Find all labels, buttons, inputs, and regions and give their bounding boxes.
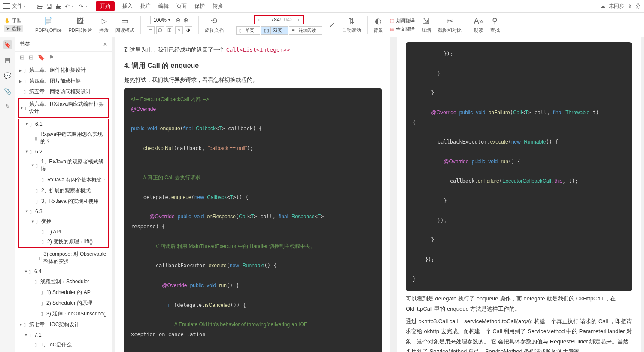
read-aloud-button[interactable]: A»朗读 xyxy=(471,13,486,37)
file-menu[interactable]: 文件 xyxy=(12,3,22,10)
document-viewport: 到这里为止，我们已经成功的返回了一个 Call<List<Integer>> 4… xyxy=(112,37,644,352)
sidebar-rail: 🔖 ▦ 💬 📎 ✎ xyxy=(0,37,15,352)
single-page-button[interactable]: ▯ 单页 xyxy=(236,26,261,35)
bookmark-item[interactable]: ▯3) compose: 对 Observable 整体的变换 xyxy=(18,249,109,267)
tab-start[interactable]: 开始 xyxy=(96,1,115,11)
close-panel-icon[interactable]: ✕ xyxy=(103,41,107,47)
rotate-button[interactable]: ⟲旋转文档 xyxy=(202,13,226,37)
bookmark-item[interactable]: ▯3) 延伸：doOnSubscribe() xyxy=(18,309,109,319)
zoom-out-icon[interactable]: ⊖ xyxy=(176,17,181,24)
tab-page[interactable]: 页面 xyxy=(176,3,187,10)
comments-icon[interactable]: 💬 xyxy=(3,71,12,80)
signatures-icon[interactable]: ✎ xyxy=(3,102,12,111)
tab-edit[interactable]: 编辑 xyxy=(158,3,169,10)
bookmark-item[interactable]: ▼▯7.1 xyxy=(18,330,109,340)
attachments-icon[interactable]: 📎 xyxy=(3,87,12,95)
undo-icon[interactable]: ↶ xyxy=(65,3,70,10)
bookmark-item[interactable]: ▼▯6.4 xyxy=(18,267,109,276)
chevron-down-icon[interactable]: ▾ xyxy=(24,4,26,8)
fit-width-icon[interactable]: ▭ xyxy=(147,26,155,34)
bookmark-item[interactable]: ▼▯6.3 xyxy=(19,207,108,216)
full-translate-button[interactable]: ▦全文翻译 xyxy=(390,26,415,32)
tab-convert[interactable]: 转换 xyxy=(213,3,223,10)
fit-page-icon[interactable]: ▢ xyxy=(156,26,164,34)
actual-size-icon[interactable]: ◫ xyxy=(166,26,173,34)
bookmark-item[interactable]: ▼▯第七章、IOC架构设计 xyxy=(18,319,109,330)
crop-button[interactable]: ✂截图和对比 xyxy=(435,13,464,37)
open-icon[interactable]: 🗁 xyxy=(36,3,43,10)
bookmark-item[interactable]: ▼▯第六章、RXJava响应式编程框架设计 xyxy=(19,99,108,117)
tab-annotate[interactable]: 批注 xyxy=(140,3,151,10)
bookmark-item[interactable]: ▯2、IoC能做什么 xyxy=(18,350,109,352)
pdf-to-image-button[interactable]: 🖼PDF转图片 xyxy=(66,13,95,37)
play-button[interactable]: ▷播放 xyxy=(97,13,111,37)
bookmark-item[interactable]: ▼▯6.2 xyxy=(19,147,108,156)
hamburger-icon[interactable] xyxy=(3,3,10,10)
paragraph: 通过 okhttp3.Call call = serviceMethod.toC… xyxy=(406,316,632,352)
bookmark-item[interactable]: ▼▯1、RxJava 的观察者模式解读 xyxy=(19,156,108,174)
bookmark-item[interactable]: ▯1) API xyxy=(19,227,108,236)
print-icon[interactable]: 🖶 xyxy=(55,3,61,10)
bookmark-item[interactable]: ▯2) 变换的原理：lift() xyxy=(19,236,108,247)
code-block-right: }); } } @Override public void onFailure(… xyxy=(406,42,632,291)
collapse-all-icon[interactable]: ⊟ xyxy=(29,54,33,61)
bookmark-item[interactable]: ▶▯第三章、组件化框架设计 xyxy=(18,65,109,76)
bookmark-item[interactable]: ▯3、RxJava 的实现和使用 xyxy=(19,196,108,207)
read-mode-button[interactable]: ▭阅读模式 xyxy=(113,13,137,37)
background-button[interactable]: ◐背景 xyxy=(371,13,386,37)
prev-page-button[interactable]: ‹ xyxy=(256,17,263,23)
thumbnails-icon[interactable]: ▦ xyxy=(3,56,12,64)
zoom-select[interactable]: 100%▾ xyxy=(150,16,173,24)
select-tool[interactable]: ➤选择 xyxy=(4,25,23,32)
bookmark-item[interactable]: ▯Rxjava中链式调用怎么实现的？ xyxy=(19,129,108,147)
zoom-group: 100%▾ ⊖ ⊕ ▭ ▢ ◫ ○ ◑ xyxy=(144,13,195,37)
bookmarks-panel: 书签 ✕ ⊞ ⊟ 🔖 ⚑ ▶▯第三章、组件化框架设计▶▯第四章、图片加载框架▯第… xyxy=(15,37,112,352)
bookmark-item[interactable]: ▯1) Scheduler 的 API xyxy=(18,287,109,298)
bookmark-item[interactable]: ▯2、扩展的观察者模式 xyxy=(19,185,108,196)
bookmark-item[interactable]: ▼▯6.1 xyxy=(19,119,108,129)
marquee-icon[interactable]: ○ xyxy=(175,26,183,34)
toolbar: ✋手型 ➤选择 📄PDF转Office 🖼PDF转图片 ▷播放 ▭阅读模式 10… xyxy=(0,13,644,37)
next-page-button[interactable]: › xyxy=(295,17,302,23)
bookmark-item[interactable]: ▯2) Scheduler 的原理 xyxy=(18,298,109,309)
double-page-button[interactable]: ▯▯ 双页 xyxy=(261,26,288,35)
bookmark-tools: ⊞ ⊟ 🔖 ⚑ xyxy=(15,52,112,63)
bookmark-item[interactable]: ▯RxJava 有四个基本概念： xyxy=(19,174,108,185)
add-bookmark-icon[interactable]: 🔖 xyxy=(38,54,45,61)
bookmarks-icon[interactable]: 🔖 xyxy=(3,40,12,49)
translate-group: ⬚划词翻译 ▦全文翻译 xyxy=(387,13,417,37)
menubar: 文件 ▾ 🗁 🖫 🖶 ↶ ▾ ↷ ▾ 开始 插入 批注 编辑 页面 保护 转换 … xyxy=(0,0,644,13)
loupe-icon[interactable]: ◑ xyxy=(185,26,192,34)
continuous-button[interactable]: ≡ 连续阅读 xyxy=(289,26,322,35)
find-button[interactable]: ⚲查找 xyxy=(488,13,502,37)
bookmark-item[interactable]: ▶▯第四章、图片加载框架 xyxy=(18,76,109,86)
redo-icon[interactable]: ↷ xyxy=(79,3,84,10)
share-icon[interactable]: ⇪ xyxy=(628,3,632,9)
auto-scroll-button[interactable]: ⇅自动滚动 xyxy=(340,13,364,37)
word-translate-button[interactable]: ⬚划词翻译 xyxy=(390,18,415,24)
tab-protect[interactable]: 保护 xyxy=(194,3,205,10)
tab-insert[interactable]: 插入 xyxy=(122,3,133,10)
paragraph: 趁热打铁，我们执行异步请求，看看怎样切换线程的。 xyxy=(124,75,382,85)
bookmark-item[interactable]: ▯1、IoC是什么 xyxy=(18,340,109,350)
cloud-icon[interactable]: ☁ xyxy=(600,3,605,9)
bookmark-item[interactable]: ▼▯变换 xyxy=(19,216,108,227)
share-label: 分 xyxy=(635,3,641,10)
page-right[interactable]: }); } } @Override public void onFailure(… xyxy=(397,37,641,352)
hand-tool[interactable]: ✋手型 xyxy=(4,18,23,24)
compress-button[interactable]: ⇲压缩 xyxy=(419,13,434,37)
bookmark-item[interactable]: ▯第五章、网络访问框架设计 xyxy=(18,86,109,97)
page-nav-group: ‹ /1042 › ▯ 单页 ▯▯ 双页 ≡ 连续阅读 xyxy=(234,13,325,37)
expand-all-icon[interactable]: ⊞ xyxy=(20,54,24,61)
page-left[interactable]: 到这里为止，我们已经成功的返回了一个 Call<List<Integer>> 4… xyxy=(115,37,390,352)
page-input[interactable] xyxy=(263,17,280,23)
pdf-to-office-button[interactable]: 📄PDF转Office xyxy=(33,13,64,37)
bookmark-flag-icon[interactable]: ⚑ xyxy=(49,54,54,61)
bookmark-item[interactable]: ▯线程控制：Scheduler xyxy=(18,276,109,287)
menu-tabs: 开始 插入 批注 编辑 页面 保护 转换 xyxy=(96,1,223,11)
save-icon[interactable]: 🖫 xyxy=(46,3,52,10)
sync-label: 未同步 xyxy=(609,3,624,10)
page-total: /1042 xyxy=(280,17,295,23)
fit-button[interactable]: ⤢ xyxy=(326,13,338,37)
zoom-in-icon[interactable]: ⊕ xyxy=(183,17,188,24)
